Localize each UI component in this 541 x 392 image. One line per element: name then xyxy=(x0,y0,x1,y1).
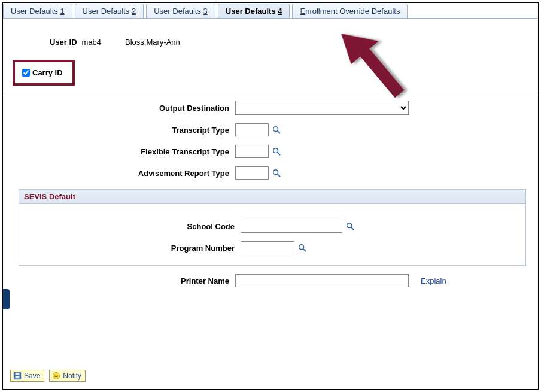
svg-line-10 xyxy=(303,248,306,251)
program-number-label: Program Number xyxy=(19,244,241,253)
save-icon xyxy=(13,372,22,380)
user-id-label: User ID xyxy=(50,38,77,47)
transcript-type-input[interactable] xyxy=(235,123,269,136)
output-destination-select[interactable] xyxy=(235,101,409,115)
sevis-section-header: SEVIS Default xyxy=(19,189,526,204)
tab-user-defaults-2[interactable]: User Defaults 2 xyxy=(75,4,144,19)
sevis-section-body: School Code Program Number xyxy=(19,204,526,266)
save-button-label: Save xyxy=(24,372,40,380)
svg-point-15 xyxy=(54,375,56,376)
flexible-transcript-type-input[interactable] xyxy=(235,145,269,158)
svg-point-1 xyxy=(273,126,278,131)
tab-user-defaults-3[interactable]: User Defaults 3 xyxy=(146,4,215,19)
explain-link[interactable]: Explain xyxy=(421,276,446,285)
svg-rect-13 xyxy=(16,376,20,378)
transcript-type-label: Transcript Type xyxy=(14,126,235,135)
carry-id-highlight: Carry ID xyxy=(13,60,75,86)
save-button[interactable]: Save xyxy=(10,370,44,382)
svg-point-14 xyxy=(53,372,60,379)
svg-point-5 xyxy=(273,169,278,174)
printer-name-label: Printer Name xyxy=(14,276,235,285)
tab-user-defaults-4[interactable]: User Defaults 4 xyxy=(218,4,290,19)
advisement-report-type-label: Advisement Report Type xyxy=(14,169,235,178)
svg-line-4 xyxy=(278,152,281,155)
svg-line-2 xyxy=(278,130,281,133)
advisement-report-type-input[interactable] xyxy=(235,166,269,180)
svg-line-8 xyxy=(351,227,354,230)
program-number-input[interactable] xyxy=(241,241,294,254)
svg-point-3 xyxy=(273,148,278,153)
user-id-value: mab4 xyxy=(82,38,102,47)
flexible-transcript-type-label: Flexible Transcript Type xyxy=(14,147,235,156)
svg-line-6 xyxy=(278,174,281,177)
lookup-icon[interactable] xyxy=(346,222,355,231)
lookup-icon[interactable] xyxy=(272,126,281,135)
tab-strip: User Defaults 1 User Defaults 2 User Def… xyxy=(3,3,538,19)
divider xyxy=(3,92,538,92)
school-code-input[interactable] xyxy=(241,220,342,233)
svg-rect-12 xyxy=(16,373,20,375)
svg-point-16 xyxy=(57,375,59,376)
tab-user-defaults-1[interactable]: User Defaults 1 xyxy=(3,4,72,19)
school-code-label: School Code xyxy=(19,222,241,231)
svg-point-7 xyxy=(347,223,352,227)
svg-point-9 xyxy=(299,244,304,249)
tab-enrollment-override-defaults[interactable]: Enrollment Override Defaults xyxy=(292,4,408,19)
lookup-icon[interactable] xyxy=(272,169,281,178)
printer-name-input[interactable] xyxy=(235,274,409,287)
user-name-value: Bloss,Mary-Ann xyxy=(125,38,180,47)
output-destination-label: Output Destination xyxy=(14,104,235,113)
notify-button[interactable]: Notify xyxy=(49,370,86,382)
collapsed-side-tab[interactable] xyxy=(2,289,10,309)
carry-id-checkbox[interactable] xyxy=(22,69,30,77)
lookup-icon[interactable] xyxy=(298,244,307,253)
lookup-icon[interactable] xyxy=(272,147,281,156)
notify-icon xyxy=(52,372,60,380)
notify-button-label: Notify xyxy=(63,372,81,380)
user-id-row: User ID mab4 Bloss,Mary-Ann xyxy=(50,38,527,47)
carry-id-label: Carry ID xyxy=(32,68,63,77)
